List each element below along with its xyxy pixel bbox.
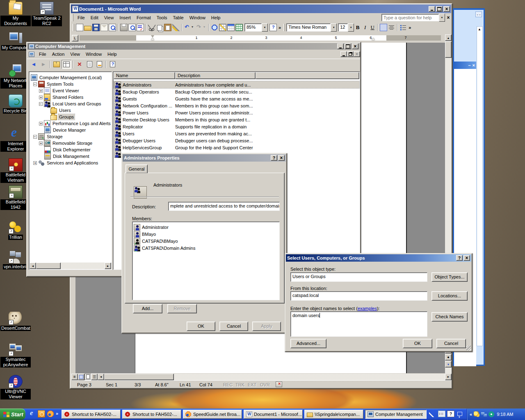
expand-icon[interactable] [39,122,43,126]
ask-question-dropdown-icon[interactable] [439,14,445,22]
status-rec[interactable]: REC [223,382,233,387]
tree-item-services-applications[interactable]: Services and Applications [33,160,99,166]
vertical-scroll-thumb[interactable] [445,41,452,58]
select-help-button[interactable] [456,255,463,261]
tree-item-local-users-groups[interactable]: Local Users and Groups [39,100,102,107]
size-dropdown-icon[interactable] [348,23,354,32]
quicklaunch-firefox-icon[interactable] [47,410,54,418]
tray-network-icon[interactable] [481,411,487,417]
tree-item-groups[interactable]: Groups [50,114,75,120]
tree-item-device-manager[interactable]: Device Manager [44,127,87,133]
expand-icon[interactable] [39,142,43,145]
add-button[interactable]: Add... [133,304,162,313]
numbering-button[interactable] [399,24,407,31]
cm-minimize-button[interactable] [337,43,344,49]
member-row-administrator[interactable]: Administrator [133,224,279,231]
member-row-bmayo[interactable]: BMayo [133,231,279,237]
tree-item-shared-folders[interactable]: Shared Folders [39,94,84,100]
align-left-button[interactable] [380,24,387,31]
tray-clock[interactable]: 9:18 AM [497,412,513,417]
object-types-button[interactable]: Object Types... [431,272,468,282]
tree-hscrollbar[interactable] [30,262,111,269]
save-icon[interactable] [92,24,100,31]
minimize-button[interactable] [429,6,435,12]
tree-item-computer-management[interactable]: Computer Management (Local) [31,74,103,81]
cm-help-icon[interactable] [107,60,117,69]
delete-icon[interactable] [75,60,84,69]
status-ext[interactable]: EXT [248,382,256,387]
insert-hyperlink-icon[interactable] [211,24,218,31]
font-dropdown-icon[interactable] [331,23,337,32]
tree-item-users[interactable]: Users [50,107,72,114]
language-keyboard-icon[interactable] [438,411,445,417]
menu-window[interactable]: Window [187,14,208,21]
spelling-grammar-icon[interactable] [137,24,144,31]
group-row-administrators[interactable]: AdministratorsAdministrators have comple… [114,81,359,88]
redo-icon[interactable] [196,24,203,31]
members-listbox[interactable]: Administrator BMayo CATSPAD\BMayo CATSPA… [132,221,280,300]
description-field[interactable]: mplete and unrestricted access to the co… [168,202,280,211]
side-scrollbar[interactable]: ▲ [477,26,483,346]
task-button-fah-2[interactable]: Shortcut to FAH502-... [122,410,181,419]
tree-item-storage[interactable]: Storage [33,133,64,140]
collapse-icon[interactable] [33,135,37,139]
cut-icon[interactable] [148,24,155,31]
quicklaunch-chevron-icon[interactable]: » [56,411,58,416]
console-tree-pane[interactable]: Computer Management (Local) System Tools… [29,71,112,270]
pane-titlebar[interactable]: – × [454,62,476,69]
collapse-icon[interactable] [33,82,37,86]
ask-close-icon[interactable] [445,15,452,21]
select-cancel-button[interactable]: Cancel [436,339,466,348]
print-icon[interactable] [120,24,128,31]
up-one-level-icon[interactable] [52,60,62,69]
align-center-button[interactable] [388,24,395,31]
right-indent-marker[interactable] [372,38,375,40]
quicklaunch-ie-icon[interactable] [29,410,36,418]
desktop-icon-desertcombat[interactable]: DesertCombat [0,312,31,331]
tree-item-event-viewer[interactable]: Event Viewer [39,87,80,94]
menu-grip[interactable] [72,14,73,21]
menu-file[interactable]: File [75,14,88,21]
tree-scroll-right-icon[interactable] [105,262,111,269]
forward-icon[interactable] [39,60,48,69]
language-toolbar-icon[interactable] [456,411,463,417]
hanging-indent-marker[interactable] [151,38,154,40]
undo-dropdown-icon[interactable] [192,24,195,31]
collapse-icon[interactable] [39,102,43,106]
side-scroll-up-icon[interactable]: ▲ [478,27,481,31]
tray-vnc-icon[interactable] [488,411,494,417]
show-console-tree-icon[interactable] [62,60,71,69]
web-layout-view-button[interactable] [78,374,84,380]
desktop-icon-teamspeak[interactable]: TeamSpeak 2 RC2 [32,2,62,26]
tray-messenger-icon[interactable] [474,411,479,417]
ask-question-input[interactable] [381,14,439,21]
italic-button[interactable]: I [361,24,369,31]
group-row-power-users[interactable]: Power UsersPower Users possess most admi… [114,109,359,116]
menu-insert[interactable]: Insert [116,14,134,21]
tree-item-system-tools[interactable]: System Tools [33,81,74,87]
cm-child-restore-button[interactable] [347,51,354,57]
toolbar-grip[interactable] [73,24,74,31]
help-icon[interactable] [269,24,277,31]
undo-icon[interactable] [184,24,191,31]
names-textarea[interactable]: domain users [290,311,427,337]
expand-icon[interactable] [39,96,43,99]
language-help-icon[interactable]: ? [447,411,454,417]
props-close-button[interactable] [278,155,285,161]
select-ok-button[interactable]: OK [403,339,432,348]
props-cancel-button[interactable]: Cancel [219,322,248,331]
horizontal-scroll-thumb[interactable] [104,374,174,380]
group-row-debugger-users[interactable]: Debugger UsersDebugger users can debug p… [114,137,359,144]
font-combobox[interactable]: Times New Roman [286,23,337,32]
status-trk[interactable]: TRK [235,382,244,387]
tree-item-disk-management[interactable]: Disk Management [44,153,90,160]
group-row-network-configuration[interactable]: Network Configuration ...Members in this… [114,102,359,109]
desktop-icon-ultravnc-viewer[interactable]: Ultr@VNC Viewer [0,375,31,399]
language-pen-icon[interactable] [429,411,436,417]
cm-titlebar[interactable]: Computer Management [27,43,360,50]
insert-excel-icon[interactable] [235,24,243,31]
copy-icon[interactable] [157,25,162,31]
tables-borders-icon[interactable] [219,24,226,31]
status-ovr[interactable]: OVR [260,382,270,387]
zoom-dropdown-icon[interactable] [262,23,268,32]
